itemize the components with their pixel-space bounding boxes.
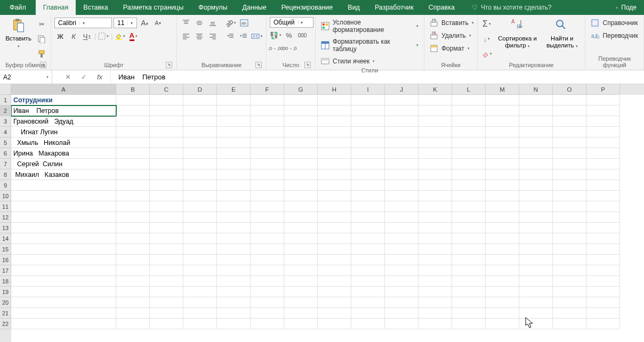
cell-A14[interactable] — [11, 233, 116, 244]
cell-N1[interactable] — [519, 95, 553, 105]
fx-button[interactable]: fx — [94, 73, 105, 81]
cell-E16[interactable] — [217, 255, 251, 265]
cell-O2[interactable] — [553, 105, 586, 116]
cell-I9[interactable] — [351, 180, 385, 191]
spreadsheet-grid[interactable]: 12345678910111213141516171819202122 ABCD… — [0, 84, 644, 342]
cell-O5[interactable] — [553, 137, 586, 148]
cell-I5[interactable] — [351, 137, 385, 148]
cell-K4[interactable] — [418, 127, 452, 137]
cell-E15[interactable] — [217, 244, 251, 255]
cell-P22[interactable] — [586, 319, 620, 329]
cell-H9[interactable] — [318, 180, 351, 191]
cell-A19[interactable] — [11, 287, 116, 297]
cell-I15[interactable] — [351, 244, 385, 255]
cell-M12[interactable] — [486, 212, 519, 223]
col-header-L[interactable]: L — [452, 84, 486, 95]
cell-P21[interactable] — [586, 308, 620, 319]
align-middle-button[interactable] — [194, 17, 205, 29]
col-header-P[interactable]: P — [586, 84, 620, 95]
tab-home[interactable]: Главная — [36, 0, 76, 15]
cell-D3[interactable] — [183, 116, 217, 127]
cell-L4[interactable] — [452, 127, 486, 137]
cell-J9[interactable] — [385, 180, 418, 191]
cell-E4[interactable] — [217, 127, 251, 137]
cell-F17[interactable] — [251, 265, 284, 276]
cell-E10[interactable] — [217, 191, 251, 201]
cell-D6[interactable] — [183, 148, 217, 159]
cell-L6[interactable] — [452, 148, 486, 159]
align-center-button[interactable] — [194, 30, 205, 42]
row-header-17[interactable]: 17 — [0, 265, 11, 276]
cell-H1[interactable] — [318, 95, 351, 105]
cell-E21[interactable] — [217, 308, 251, 319]
cell-J19[interactable] — [385, 287, 418, 297]
cell-J4[interactable] — [385, 127, 418, 137]
cell-E3[interactable] — [217, 116, 251, 127]
format-as-table-button[interactable]: Форматировать как таблицу — [319, 37, 421, 53]
cell-B6[interactable] — [116, 148, 150, 159]
cell-G10[interactable] — [284, 191, 318, 201]
number-dialog-launcher[interactable]: ⬊ — [304, 62, 311, 68]
row-header-18[interactable]: 18 — [0, 276, 11, 287]
cell-A18[interactable] — [11, 276, 116, 287]
cell-I21[interactable] — [351, 308, 385, 319]
cell-L9[interactable] — [452, 180, 486, 191]
cell-M20[interactable] — [486, 297, 519, 308]
cell-N10[interactable] — [519, 191, 553, 201]
autosum-button[interactable]: Σ — [481, 18, 493, 30]
cell-C8[interactable] — [150, 169, 183, 180]
cell-A9[interactable] — [11, 180, 116, 191]
cell-B19[interactable] — [116, 287, 150, 297]
cell-L19[interactable] — [452, 287, 486, 297]
delete-cells-button[interactable]: ×Удалить — [428, 31, 476, 40]
cell-P14[interactable] — [586, 233, 620, 244]
cell-A17[interactable] — [11, 265, 116, 276]
cell-B5[interactable] — [116, 137, 150, 148]
cell-E2[interactable] — [217, 105, 251, 116]
cell-B4[interactable] — [116, 127, 150, 137]
font-dialog-launcher[interactable]: ⬊ — [166, 62, 172, 68]
cell-C15[interactable] — [150, 244, 183, 255]
cell-P5[interactable] — [586, 137, 620, 148]
cell-G22[interactable] — [284, 319, 318, 329]
cell-I8[interactable] — [351, 169, 385, 180]
tab-formulas[interactable]: Формулы — [191, 0, 235, 15]
cell-O20[interactable] — [553, 297, 586, 308]
cell-P12[interactable] — [586, 212, 620, 223]
comma-button[interactable]: 000 — [296, 29, 308, 41]
cell-H15[interactable] — [318, 244, 351, 255]
cell-L2[interactable] — [452, 105, 486, 116]
cell-E13[interactable] — [217, 223, 251, 233]
cell-O12[interactable] — [553, 212, 586, 223]
cell-B21[interactable] — [116, 308, 150, 319]
cell-H5[interactable] — [318, 137, 351, 148]
align-bottom-button[interactable] — [207, 17, 219, 29]
cell-B15[interactable] — [116, 244, 150, 255]
tab-review[interactable]: Рецензирование — [274, 0, 341, 15]
cell-O3[interactable] — [553, 116, 586, 127]
cell-L5[interactable] — [452, 137, 486, 148]
cell-P15[interactable] — [586, 244, 620, 255]
cell-N2[interactable] — [519, 105, 553, 116]
borders-button[interactable] — [98, 30, 109, 42]
cell-M17[interactable] — [486, 265, 519, 276]
cell-B14[interactable] — [116, 233, 150, 244]
cell-J2[interactable] — [385, 105, 418, 116]
row-header-3[interactable]: 3 — [0, 116, 11, 127]
cell-L14[interactable] — [452, 233, 486, 244]
row-header-10[interactable]: 10 — [0, 191, 11, 201]
row-header-21[interactable]: 21 — [0, 308, 11, 319]
cell-P11[interactable] — [586, 201, 620, 212]
cell-G20[interactable] — [284, 297, 318, 308]
cell-L18[interactable] — [452, 276, 486, 287]
cell-I13[interactable] — [351, 223, 385, 233]
cell-O19[interactable] — [553, 287, 586, 297]
cell-E18[interactable] — [217, 276, 251, 287]
cell-C4[interactable] — [150, 127, 183, 137]
cell-N9[interactable] — [519, 180, 553, 191]
cell-N4[interactable] — [519, 127, 553, 137]
cell-J3[interactable] — [385, 116, 418, 127]
sort-filter-button[interactable]: АЯ Сортировка и фильтр ▾ — [495, 17, 540, 50]
cell-H19[interactable] — [318, 287, 351, 297]
row-header-8[interactable]: 8 — [0, 169, 11, 180]
